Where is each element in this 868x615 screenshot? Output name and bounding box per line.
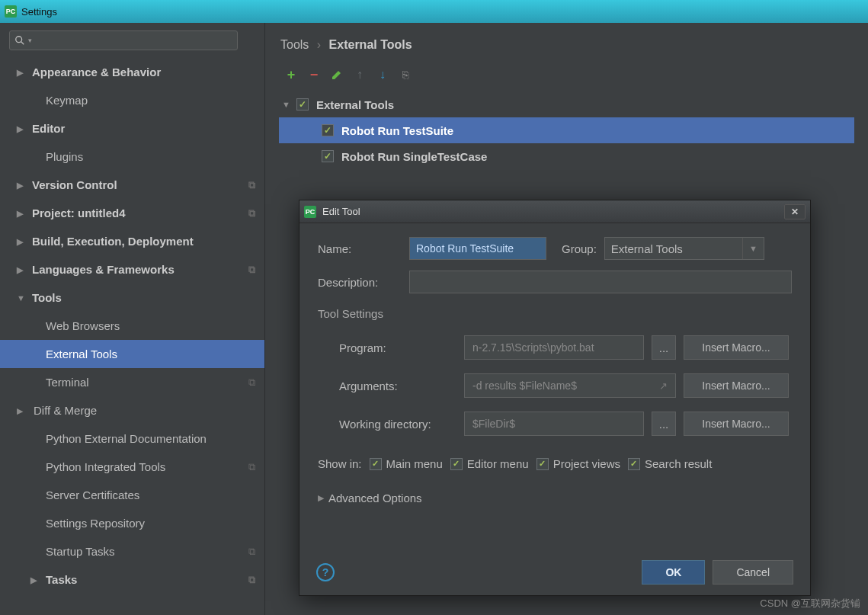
sidebar-item[interactable]: ▶Tasks⧉ bbox=[0, 565, 264, 594]
expand-icon[interactable]: ↗ bbox=[659, 380, 668, 392]
insert-macro-button[interactable]: Insert Macro... bbox=[684, 373, 789, 398]
sidebar-item-label: Python External Documentation bbox=[46, 432, 207, 445]
move-down-icon[interactable]: ↓ bbox=[376, 69, 389, 81]
checkbox[interactable]: ✓ bbox=[322, 150, 334, 162]
sidebar-item[interactable]: Web Browsers bbox=[0, 312, 264, 340]
external-tools-group[interactable]: ▼✓External Tools bbox=[279, 91, 854, 117]
external-tools-list: ▼✓External Tools✓Robot Run TestSuite✓Rob… bbox=[279, 91, 854, 169]
sidebar-item-label: Tasks bbox=[46, 573, 77, 586]
close-icon[interactable]: ✕ bbox=[784, 204, 806, 219]
ok-button[interactable]: OK bbox=[642, 560, 705, 585]
sidebar-item[interactable]: Python Integrated Tools⧉ bbox=[0, 453, 264, 481]
search-icon bbox=[14, 35, 25, 46]
chevron-down-icon: ▼ bbox=[742, 238, 757, 259]
window-title: Settings bbox=[21, 6, 57, 18]
sidebar-item-label: Version Control bbox=[32, 178, 117, 191]
help-button[interactable]: ? bbox=[316, 563, 335, 581]
program-input[interactable]: n-2.7.15\Scripts\pybot.bat bbox=[464, 335, 644, 360]
sidebar-item-label: External Tools bbox=[46, 348, 117, 360]
chevron-down-icon: ▼ bbox=[282, 100, 290, 109]
sidebar-item-label: Plugins bbox=[46, 150, 83, 163]
sidebar-item-label: Tools bbox=[32, 291, 62, 304]
remove-icon[interactable]: − bbox=[308, 69, 320, 81]
sidebar-item[interactable]: ▶Editor bbox=[0, 114, 264, 143]
cancel-button[interactable]: Cancel bbox=[713, 560, 793, 585]
project-scope-icon: ⧉ bbox=[248, 546, 255, 558]
insert-macro-button[interactable]: Insert Macro... bbox=[684, 412, 789, 436]
description-label: Description: bbox=[318, 276, 402, 289]
sidebar-item[interactable]: ▶Version Control⧉ bbox=[0, 171, 264, 199]
show-in-label: Show in: bbox=[318, 457, 362, 470]
name-input[interactable]: Robot Run TestSuite bbox=[409, 237, 546, 260]
checkbox[interactable]: ✓ bbox=[322, 124, 334, 136]
checkbox[interactable]: ✓ bbox=[536, 458, 549, 470]
toolbar: + − ↑ ↓ ⎘ bbox=[279, 66, 854, 84]
settings-sidebar: ▾ ▶Appearance & BehaviorKeymap▶EditorPlu… bbox=[0, 23, 265, 615]
sidebar-item-label: Keymap bbox=[46, 94, 88, 107]
chevron-down-icon: ▼ bbox=[17, 293, 25, 303]
insert-macro-button[interactable]: Insert Macro... bbox=[684, 335, 789, 360]
sidebar-item-label: Languages & Frameworks bbox=[32, 263, 175, 276]
sidebar-item[interactable]: Startup Tasks⧉ bbox=[0, 537, 264, 565]
browse-program-button[interactable]: ... bbox=[652, 335, 676, 360]
breadcrumb-root[interactable]: Tools bbox=[280, 38, 309, 51]
sidebar-item[interactable]: ▶Diff & Merge bbox=[0, 396, 264, 424]
edit-icon[interactable] bbox=[331, 69, 343, 81]
chevron-down-icon: ▾ bbox=[28, 37, 32, 44]
show-in-checkbox[interactable]: ✓Main menu bbox=[370, 457, 443, 470]
sidebar-item-label: Diff & Merge bbox=[34, 404, 97, 417]
chevron-right-icon: ▶ bbox=[17, 236, 23, 246]
sidebar-item[interactable]: Python External Documentation bbox=[0, 424, 264, 453]
pycharm-icon: PC bbox=[304, 206, 316, 218]
watermark: CSDN @互联网杂货铺 bbox=[760, 597, 860, 610]
checkbox-label: Editor menu bbox=[467, 457, 529, 470]
sidebar-item[interactable]: Settings Repository bbox=[0, 509, 264, 537]
sidebar-item[interactable]: Terminal⧉ bbox=[0, 368, 264, 396]
browse-working-dir-button[interactable]: ... bbox=[652, 412, 676, 436]
sidebar-item-label: Settings Repository bbox=[46, 517, 145, 530]
description-input[interactable] bbox=[409, 271, 792, 293]
external-tool-item[interactable]: ✓Robot Run TestSuite bbox=[279, 117, 854, 143]
dialog-titlebar[interactable]: PC Edit Tool ✕ bbox=[299, 200, 810, 223]
project-scope-icon: ⧉ bbox=[248, 376, 255, 389]
group-label: Group: bbox=[562, 242, 597, 255]
project-scope-icon: ⧉ bbox=[248, 207, 255, 219]
checkbox[interactable]: ✓ bbox=[370, 458, 382, 470]
sidebar-item-label: Web Browsers bbox=[46, 319, 120, 332]
sidebar-item-label: Build, Execution, Deployment bbox=[32, 235, 194, 248]
checkbox-label: Main menu bbox=[386, 457, 443, 470]
checkbox[interactable]: ✓ bbox=[296, 98, 309, 111]
sidebar-item[interactable]: ▶Build, Execution, Deployment bbox=[0, 227, 264, 255]
chevron-right-icon: ▶ bbox=[17, 67, 23, 77]
show-in-checkbox[interactable]: ✓Editor menu bbox=[450, 457, 529, 470]
sidebar-item[interactable]: ▶Project: untitled4⧉ bbox=[0, 199, 264, 227]
checkbox-label: Project views bbox=[553, 457, 620, 470]
sidebar-item[interactable]: External Tools bbox=[0, 340, 264, 368]
show-in-checkbox[interactable]: ✓Project views bbox=[536, 457, 620, 470]
sidebar-item[interactable]: Keymap bbox=[0, 86, 264, 114]
sidebar-item[interactable]: ▼Tools bbox=[0, 283, 264, 312]
sidebar-item[interactable]: ▶Appearance & Behavior bbox=[0, 58, 264, 86]
search-input[interactable]: ▾ bbox=[9, 30, 238, 50]
arguments-input[interactable]: -d results $FileName$↗ bbox=[464, 373, 676, 398]
add-icon[interactable]: + bbox=[285, 69, 297, 81]
settings-tree: ▶Appearance & BehaviorKeymap▶EditorPlugi… bbox=[0, 58, 264, 615]
tool-settings-heading: Tool Settings bbox=[318, 307, 792, 320]
sidebar-item[interactable]: Server Certificates bbox=[0, 481, 264, 509]
sidebar-item-label: Project: untitled4 bbox=[32, 207, 126, 219]
show-in-checkbox[interactable]: ✓Search result bbox=[628, 457, 712, 470]
copy-icon[interactable]: ⎘ bbox=[399, 69, 412, 81]
group-combo[interactable]: External Tools▼ bbox=[604, 237, 764, 260]
sidebar-item-label: Python Integrated Tools bbox=[46, 460, 165, 473]
sidebar-item-label: Editor bbox=[32, 122, 65, 135]
working-dir-input[interactable]: $FileDir$ bbox=[464, 412, 644, 436]
sidebar-item[interactable]: Plugins bbox=[0, 143, 264, 171]
external-tool-item[interactable]: ✓Robot Run SingleTestCase bbox=[279, 143, 854, 169]
advanced-options-toggle[interactable]: ▶ Advanced Options bbox=[318, 492, 792, 504]
move-up-icon: ↑ bbox=[354, 69, 366, 81]
sidebar-item-label: Server Certificates bbox=[46, 488, 139, 501]
sidebar-item[interactable]: ▶Languages & Frameworks⧉ bbox=[0, 255, 264, 283]
checkbox[interactable]: ✓ bbox=[628, 458, 640, 470]
checkbox[interactable]: ✓ bbox=[450, 458, 463, 470]
arguments-label: Arguments: bbox=[339, 380, 456, 392]
